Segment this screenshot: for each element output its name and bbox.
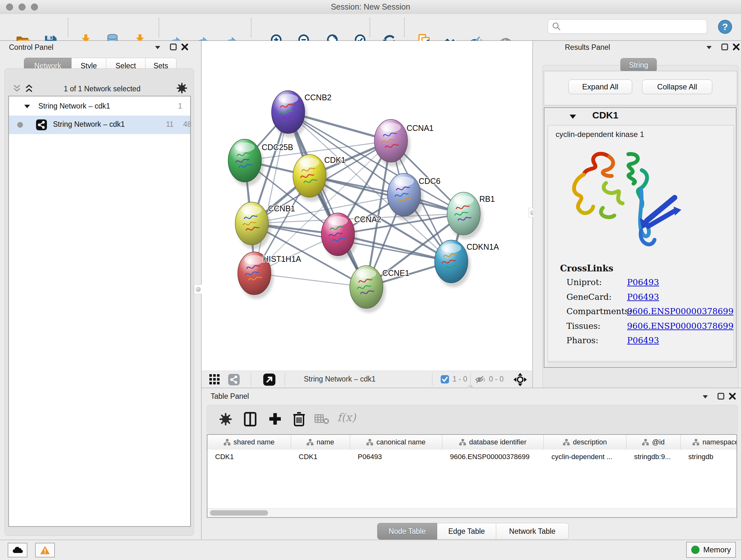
- help-icon[interactable]: ?: [717, 18, 733, 35]
- status-bar: Memory: [0, 540, 741, 560]
- column-header-namespace[interactable]: namespace: [681, 435, 737, 449]
- shared-column-icon: [459, 439, 466, 445]
- collapse-all-button[interactable]: Collapse All: [642, 79, 712, 94]
- cytoscape-window: Session: New Session ? Control Panel Net…: [0, 0, 741, 560]
- toolbar-divider: [285, 373, 285, 386]
- show-columns-icon[interactable]: [243, 412, 258, 427]
- column-header-description[interactable]: description: [544, 435, 626, 449]
- node-CCNA2[interactable]: [321, 213, 357, 260]
- grid-view-icon[interactable]: [209, 374, 220, 385]
- crosslink-value-link[interactable]: P06493: [627, 292, 659, 302]
- tab-edge-table[interactable]: Edge Table: [437, 523, 496, 540]
- collapse-all-trees-icon[interactable]: [12, 84, 22, 93]
- network-canvas[interactable]: CCNB2 CCNA1 CDC25B CDK1 CDC6: [202, 41, 532, 371]
- column-header-shared-name[interactable]: shared name: [207, 435, 291, 449]
- table-hscrollbar-thumb[interactable]: [210, 510, 268, 516]
- node-CDKN1A[interactable]: [434, 240, 470, 287]
- table-row[interactable]: CDK1CDK1P064939606.ENSP00000378699cyclin…: [207, 449, 737, 464]
- control-panel-float-icon[interactable]: [169, 43, 178, 51]
- crosslink-value-link[interactable]: 9606.ENSP00000378699: [627, 307, 733, 316]
- table-header-row: shared namenamecanonical namedatabase id…: [207, 435, 737, 449]
- table-tabs: Node TableEdge TableNetwork Table: [377, 523, 569, 540]
- network-tree: String Network – cdk1 1 String Network –…: [8, 96, 191, 527]
- selected-node-edge-counts: 1 - 0: [453, 375, 467, 383]
- network-selection-status: 1 of 1 Network selected: [38, 84, 166, 93]
- results-panel-collapse-icon[interactable]: [705, 44, 713, 51]
- tree-network-label: String Network – cdk1: [53, 120, 125, 129]
- memory-button[interactable]: Memory: [686, 542, 736, 558]
- shared-column-icon: [563, 439, 570, 445]
- tab-string[interactable]: String: [620, 58, 657, 72]
- node-CCNB1[interactable]: [235, 202, 271, 249]
- shared-column-icon: [307, 439, 314, 445]
- column-header-database-identifier[interactable]: database identifier: [442, 435, 544, 449]
- gene-box-scrollbar-track[interactable]: [548, 362, 734, 367]
- crosslink-value-link[interactable]: P06493: [627, 335, 659, 345]
- function-builder-icon: f(x): [337, 411, 356, 424]
- add-column-icon[interactable]: [268, 412, 282, 426]
- protein-structure-image: [561, 144, 683, 258]
- node-RB1[interactable]: [447, 192, 483, 239]
- gene-section-collapse-icon[interactable]: [569, 113, 577, 120]
- node-label-HIST1H1A: HIST1H1A: [263, 254, 301, 263]
- crosslink-value-link[interactable]: 9606.ENSP00000378699: [627, 321, 733, 331]
- warnings-button[interactable]: [35, 543, 55, 557]
- expand-all-trees-icon[interactable]: [24, 84, 34, 93]
- column-header-canonical-name[interactable]: canonical name: [350, 435, 442, 449]
- table-cell: cyclin-dependent ...: [544, 449, 626, 464]
- table-cell: CDK1: [207, 449, 291, 464]
- tree-collection-label: String Network – cdk1: [38, 102, 110, 111]
- node-CDC6[interactable]: [387, 173, 423, 220]
- node-label-CCNA1: CCNA1: [407, 124, 434, 132]
- column-header-id[interactable]: @id: [626, 435, 681, 449]
- delete-table-icon: [314, 414, 330, 425]
- table-panel: Table Panel f(x) shared namenamecanonica…: [202, 388, 741, 540]
- node-table: shared namenamecanonical namedatabase id…: [207, 434, 737, 518]
- window-title: Session: New Session: [0, 2, 741, 11]
- results-panel-float-icon[interactable]: [721, 43, 729, 51]
- table-panel-collapse-icon[interactable]: [701, 393, 709, 400]
- fit-selected-crosshair-icon[interactable]: [513, 373, 527, 387]
- cloud-status-button[interactable]: [8, 543, 27, 557]
- node-CCNB2[interactable]: [272, 91, 307, 138]
- tree-network-node-count: 11: [166, 120, 174, 129]
- results-panel-title: Results Panel: [565, 43, 610, 52]
- column-header-name[interactable]: name: [291, 435, 350, 449]
- tab-node-table[interactable]: Node Table: [377, 523, 437, 540]
- table-cell: CDK1: [291, 449, 350, 464]
- control-panel-collapse-icon[interactable]: [154, 44, 161, 51]
- crosslink-value-link[interactable]: P06493: [627, 277, 659, 287]
- open-in-new-window-icon[interactable]: [263, 373, 276, 386]
- network-view[interactable]: CCNB2 CCNA1 CDC25B CDK1 CDC6: [202, 41, 532, 371]
- table-panel-float-icon[interactable]: [717, 392, 725, 400]
- node-CDK1[interactable]: [293, 154, 329, 201]
- toolbar-separator: [158, 18, 159, 37]
- table-panel-close-icon[interactable]: [728, 392, 737, 400]
- search-icon: [551, 21, 562, 32]
- results-panel-close-icon[interactable]: [732, 43, 740, 51]
- results-tabs: String: [620, 58, 657, 72]
- tab-network-table[interactable]: Network Table: [496, 523, 569, 540]
- node-label-CDC25B: CDC25B: [262, 143, 293, 152]
- table-cell: stringdb: [681, 449, 737, 464]
- tree-row-collection[interactable]: String Network – cdk1 1: [9, 98, 190, 116]
- delete-column-icon[interactable]: [292, 411, 306, 427]
- table-hscrollbar-track[interactable]: [207, 508, 737, 517]
- tree-expand-icon[interactable]: [23, 104, 30, 109]
- network-share-view-icon[interactable]: [228, 374, 240, 386]
- toolbar-separator: [251, 18, 252, 37]
- search-input[interactable]: [548, 19, 707, 34]
- left-divider-handle[interactable]: [194, 285, 202, 294]
- node-CCNE1[interactable]: [350, 266, 386, 313]
- tree-row-network[interactable]: String Network – cdk1 11 48: [9, 116, 190, 134]
- node-label-CCNB2: CCNB2: [305, 93, 332, 102]
- table-settings-gear-icon[interactable]: [219, 412, 232, 426]
- shared-column-icon: [366, 439, 374, 445]
- table-cell: P06493: [350, 449, 442, 464]
- edge-CCNB2-HIST1H1A: [254, 112, 288, 273]
- table-cell: 9606.ENSP00000378699: [442, 449, 544, 464]
- control-panel-close-icon[interactable]: [181, 43, 189, 51]
- expand-all-button[interactable]: Expand All: [568, 79, 632, 94]
- network-options-gear-icon[interactable]: [176, 82, 188, 95]
- node-label-CCNB1: CCNB1: [268, 204, 295, 213]
